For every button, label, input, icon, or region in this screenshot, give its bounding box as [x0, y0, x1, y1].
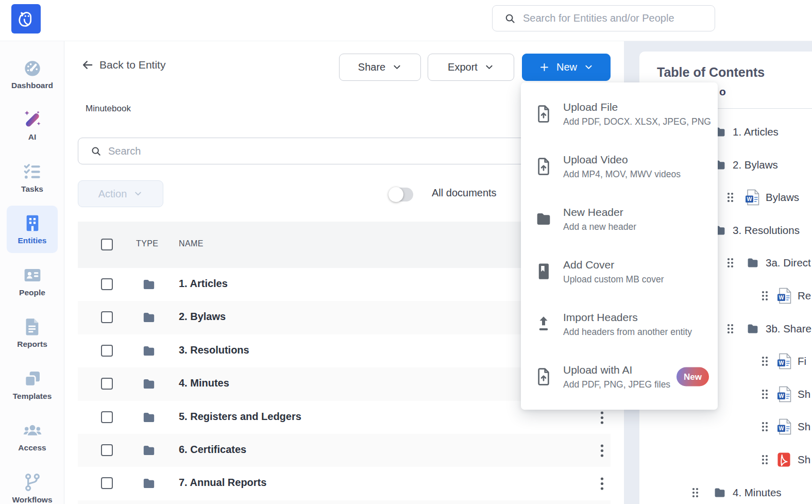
kebab-menu-icon[interactable] [600, 477, 604, 491]
row-checkbox[interactable] [101, 345, 113, 357]
menu-item-subtitle: Add PDF, DOCX. XLSX, JPEG, PNG [563, 115, 711, 129]
row-checkbox[interactable] [101, 378, 113, 390]
menu-item-subtitle: Add headers from another entity [563, 325, 692, 339]
toc-partial-text: o [719, 86, 726, 98]
menu-item-upload-with-ai[interactable]: Upload with AI Add PDF, PNG, JPEG files … [521, 350, 718, 403]
drag-handle-icon[interactable] [726, 192, 734, 203]
toc-item[interactable]: 4. Minutes [639, 479, 812, 504]
sidebar-item-tasks[interactable]: Tasks [0, 154, 64, 201]
drag-handle-icon[interactable] [761, 454, 769, 465]
sidebar-item-workflows[interactable]: Workflows [0, 464, 64, 504]
share-button[interactable]: Share [339, 54, 421, 81]
sidebar-item-ai[interactable]: AI [0, 102, 64, 149]
menu-item-icon [534, 366, 553, 387]
app-logo[interactable] [11, 4, 41, 33]
menu-item-texts: Upload File Add PDF, DOCX. XLSX, JPEG, P… [563, 99, 711, 129]
new-dropdown-menu: Upload File Add PDF, DOCX. XLSX, JPEG, P… [521, 82, 718, 410]
row-checkbox[interactable] [101, 477, 113, 489]
toc-item-label: 2. Bylaws [733, 159, 778, 171]
menu-item-upload-video[interactable]: Upload Video Add MP4, MOV, MWV videos [521, 140, 718, 193]
menu-item-texts: Add Cover Upload custom MB cover [563, 257, 664, 287]
sidebar-item-icon [22, 109, 43, 130]
sidebar-item-people[interactable]: People [0, 257, 64, 305]
drag-handle-icon[interactable] [761, 389, 769, 400]
folder-icon [142, 476, 156, 491]
search-icon [504, 12, 516, 25]
row-checkbox[interactable] [101, 444, 113, 456]
kebab-menu-icon[interactable] [600, 444, 604, 458]
next-row-stripe [78, 500, 611, 504]
drag-handle-icon[interactable] [691, 487, 699, 498]
row-name: 1. Articles [179, 278, 228, 290]
sidebar-item-icon [22, 316, 43, 337]
drag-handle-icon[interactable] [726, 257, 734, 268]
chevron-down-icon [392, 62, 402, 72]
sidebar-item-dashboard[interactable]: Dashboard [0, 50, 64, 97]
menu-item-icon [534, 314, 553, 334]
drag-handle-icon[interactable] [761, 290, 769, 301]
menu-item-add-cover[interactable]: Add Cover Upload custom MB cover [521, 245, 718, 298]
minutebook-label: Minutebook [86, 104, 131, 114]
all-documents-toggle[interactable] [389, 188, 413, 201]
plus-icon [539, 62, 550, 73]
action-button-label: Action [98, 188, 127, 200]
menu-item-import-headers[interactable]: Import Headers Add headers from another … [521, 298, 718, 350]
toc-item-label: Re [798, 290, 811, 302]
toc-item-icon [777, 418, 792, 435]
toc-item[interactable]: Sh [639, 413, 812, 440]
drag-handle-icon[interactable] [761, 421, 769, 432]
row-name: 7. Annual Reports [179, 477, 266, 489]
global-search-input[interactable] [523, 12, 715, 24]
toc-item-icon [777, 353, 792, 369]
back-to-entity-link[interactable]: Back to Entity [81, 58, 165, 72]
row-checkbox[interactable] [101, 278, 113, 290]
select-all-checkbox[interactable] [101, 239, 113, 250]
sidebar-item-label: Entities [18, 236, 47, 245]
export-button[interactable]: Export [428, 54, 514, 81]
sidebar-item-label: People [19, 288, 45, 297]
menu-item-subtitle: Upload custom MB cover [563, 273, 664, 287]
sidebar-item-entities[interactable]: Entities [7, 206, 58, 253]
back-to-entity-label: Back to Entity [99, 59, 165, 71]
table-row[interactable]: 6. Certificates [78, 434, 611, 467]
table-row[interactable]: 7. Annual Reports [78, 467, 611, 500]
toc-item-icon [712, 486, 728, 499]
folder-icon [142, 377, 156, 391]
kebab-menu-icon[interactable] [600, 411, 604, 425]
menu-item-icon [534, 104, 553, 124]
drag-handle-icon[interactable] [726, 323, 734, 334]
row-checkbox[interactable] [101, 311, 113, 323]
toc-item-icon [745, 322, 760, 335]
sidebar-item-reports[interactable]: Reports [0, 309, 64, 357]
sidebar-item-access[interactable]: Access [0, 413, 64, 460]
sidebar: Dashboard AI Tasks Entities People Repor… [0, 41, 64, 504]
column-header-name: NAME [179, 239, 204, 248]
menu-item-icon [534, 261, 553, 282]
toc-item-label: Sh [798, 388, 810, 400]
row-name: 4. Minutes [179, 377, 229, 389]
toc-item-icon [777, 386, 792, 402]
sidebar-item-label: AI [28, 132, 37, 142]
chevron-down-icon [133, 189, 143, 198]
menu-item-new-header[interactable]: New Header Add a new header [521, 193, 718, 245]
new-badge: New [676, 367, 709, 387]
sidebar-item-icon [22, 368, 43, 389]
sidebar-item-label: Templates [13, 392, 52, 401]
menu-item-icon [534, 156, 553, 177]
menu-item-icon [534, 209, 553, 229]
toc-item-label: 4. Minutes [733, 486, 782, 499]
menu-item-title: Upload with AI [563, 362, 670, 378]
menu-item-title: Upload File [563, 99, 711, 115]
menu-item-upload-file[interactable]: Upload File Add PDF, DOCX. XLSX, JPEG, P… [521, 88, 718, 140]
sidebar-item-templates[interactable]: Templates [0, 361, 64, 408]
sidebar-item-icon [22, 420, 43, 441]
search-icon [90, 145, 102, 157]
row-checkbox[interactable] [101, 411, 113, 423]
column-header-type: TYPE [136, 239, 158, 248]
action-button[interactable]: Action [78, 180, 163, 207]
toc-item-label: Sh [798, 453, 810, 466]
new-button[interactable]: New [522, 54, 611, 81]
drag-handle-icon[interactable] [761, 356, 769, 367]
toc-item-label: Sh [798, 421, 810, 433]
toc-item[interactable]: Sh [639, 446, 812, 473]
